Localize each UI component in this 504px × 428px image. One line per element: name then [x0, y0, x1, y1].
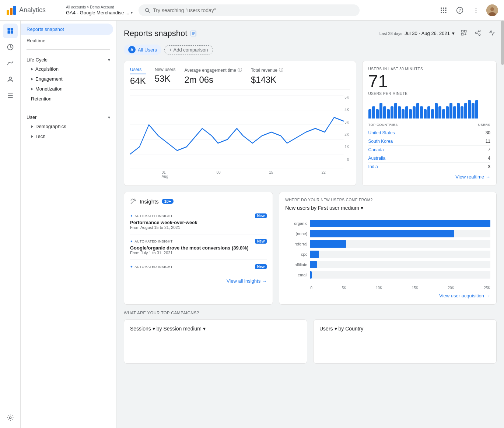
sidebar-item-realtime[interactable]: Realtime [21, 35, 113, 46]
insight-new-badge: New [255, 213, 267, 218]
new-users-chart-title[interactable]: New users by First user medium ▾ [285, 205, 363, 211]
hbar-x-label: 15K [412, 286, 419, 290]
revenue-info-icon[interactable]: ⓘ [279, 67, 283, 73]
svg-rect-35 [461, 33, 463, 35]
metric-new-users[interactable]: New users 53K [155, 67, 176, 86]
nav-user-icon[interactable] [3, 72, 18, 87]
realtime-card: USERS IN LAST 30 MINUTES 71 USERS PER MI… [362, 61, 497, 186]
insights-list: ✦ AUTOMATED INSIGHT New Performance week… [130, 209, 267, 275]
apps-grid-icon[interactable] [438, 4, 449, 16]
insight-meta: ✦ AUTOMATED INSIGHT New [130, 213, 267, 218]
realtime-bars [368, 100, 490, 119]
insights-header: Insights 10+ [130, 198, 267, 205]
nav-realtime-icon[interactable] [3, 40, 18, 54]
hbar-row: cpc [285, 251, 490, 258]
metric-revenue-label: Total revenue ⓘ [251, 67, 283, 73]
realtime-sub-label: USERS PER MINUTE [368, 92, 490, 96]
sidebar-item-acquisition[interactable]: Acquisition [21, 64, 116, 74]
view-acquisition-link[interactable]: View user acquisition → [285, 293, 490, 298]
countries-list: United States30South Korea11Canada7Austr… [368, 129, 490, 171]
country-name[interactable]: Australia [368, 156, 386, 161]
realtime-bar [405, 106, 408, 119]
hbar-x-label: 10K [376, 286, 382, 290]
svg-point-20 [490, 7, 494, 11]
scroll-indicator [501, 21, 504, 428]
country-count: 11 [486, 139, 490, 144]
hbar-track [310, 261, 490, 268]
country-row: Australia4 [368, 154, 490, 163]
insights-badge: 10+ [162, 199, 174, 204]
country-name[interactable]: United States [368, 130, 395, 135]
nav-list-icon[interactable] [3, 88, 18, 103]
help-icon[interactable]: ? [454, 4, 466, 16]
insight-title: Google/organic drove the most conversion… [130, 245, 267, 251]
metric-users[interactable]: Users 64K [130, 67, 146, 86]
customize-icon[interactable] [459, 28, 469, 39]
users-card-title[interactable]: Users ▾ by Country [319, 326, 490, 332]
account-path: All accounts > Demo Account [66, 5, 133, 9]
insight-item: ✦ AUTOMATED INSIGHT New [130, 260, 267, 275]
nav-reports-icon[interactable] [3, 24, 18, 38]
svg-rect-6 [443, 7, 444, 8]
realtime-bar [368, 109, 371, 119]
sessions-card-title[interactable]: Sessions ▾ by Session medium ▾ [130, 326, 301, 332]
lifecycle-collapse-icon[interactable]: ▾ [108, 57, 110, 63]
chip-label: All Users [138, 47, 157, 53]
add-comparison-button[interactable]: + Add comparison [164, 45, 213, 54]
scroll-thumb[interactable] [501, 21, 504, 65]
user-avatar[interactable] [486, 4, 498, 16]
svg-rect-13 [445, 12, 446, 13]
hbar-fill [310, 261, 317, 268]
svg-rect-9 [443, 10, 444, 11]
sidebar-item-monetization[interactable]: Monetization [21, 84, 116, 94]
view-realtime-link[interactable]: View realtime → [368, 174, 490, 180]
svg-rect-23 [10, 28, 13, 31]
chip-letter: A [128, 46, 136, 53]
sidebar-section-lifecycle[interactable]: Life Cycle ▾ [21, 53, 116, 64]
svg-rect-12 [443, 12, 444, 13]
sidebar-divider-1 [27, 49, 110, 50]
country-count: 30 [486, 130, 490, 135]
all-users-chip[interactable]: A All Users [124, 45, 161, 55]
nav-lifecycle-icon[interactable] [3, 56, 18, 71]
metric-engagement[interactable]: Average engagement time ⓘ 2m 06s [184, 67, 242, 86]
sidebar: Reports snapshot Realtime Life Cycle ▾ A… [21, 21, 116, 428]
share-icon[interactable] [473, 28, 483, 39]
hbar-row: organic [285, 220, 490, 227]
sidebar-item-engagement[interactable]: Engagement [21, 74, 116, 84]
country-name[interactable]: South Korea [368, 139, 393, 144]
account-name[interactable]: GA4 - Google Merchandise ... ▾ [66, 10, 133, 15]
svg-rect-25 [10, 31, 13, 34]
dropdown-chevron-icon2: ▾ [203, 326, 206, 332]
hbar-track [310, 220, 490, 227]
add-icon: + [169, 47, 172, 53]
search-input[interactable] [153, 7, 354, 13]
engagement-info-icon[interactable]: ⓘ [238, 67, 242, 73]
more-vert-icon[interactable] [470, 4, 482, 16]
sidebar-item-reports-snapshot[interactable]: Reports snapshot [21, 24, 113, 35]
dropdown-chevron-icon: ▾ [361, 205, 363, 211]
realtime-number: 71 [368, 72, 490, 90]
user-collapse-icon[interactable]: ▾ [108, 115, 110, 120]
hbar-x-label: 25K [484, 286, 490, 290]
sidebar-item-tech[interactable]: Tech [21, 131, 116, 141]
account-switcher[interactable]: All accounts > Demo Account GA4 - Google… [60, 5, 133, 15]
metric-revenue[interactable]: Total revenue ⓘ $143K [251, 67, 283, 86]
realtime-bar [391, 106, 393, 119]
realtime-bar [420, 106, 423, 119]
hbar-row: (none) [285, 230, 490, 237]
nav-settings-icon[interactable] [3, 410, 18, 425]
date-range-picker[interactable]: Last 28 days Jul 30 - Aug 26, 2021 ▾ [379, 31, 455, 36]
cards-row-1: Users 64K New users 53K Average engageme… [124, 61, 497, 186]
sidebar-section-user[interactable]: User ▾ [21, 110, 116, 121]
sidebar-item-demographics[interactable]: Demographics [21, 121, 116, 131]
hbar-x-label: 5K [342, 286, 346, 290]
sidebar-item-retention[interactable]: Retention [21, 94, 116, 104]
country-name[interactable]: India [368, 164, 378, 169]
date-label: Last 28 days [379, 31, 402, 36]
arrow-right-icon: → [262, 278, 267, 284]
search-icon [144, 7, 150, 13]
view-all-insights-link[interactable]: View all insights → [130, 278, 267, 284]
insights-spark-icon[interactable] [487, 28, 497, 39]
country-name[interactable]: Canada [368, 147, 384, 152]
